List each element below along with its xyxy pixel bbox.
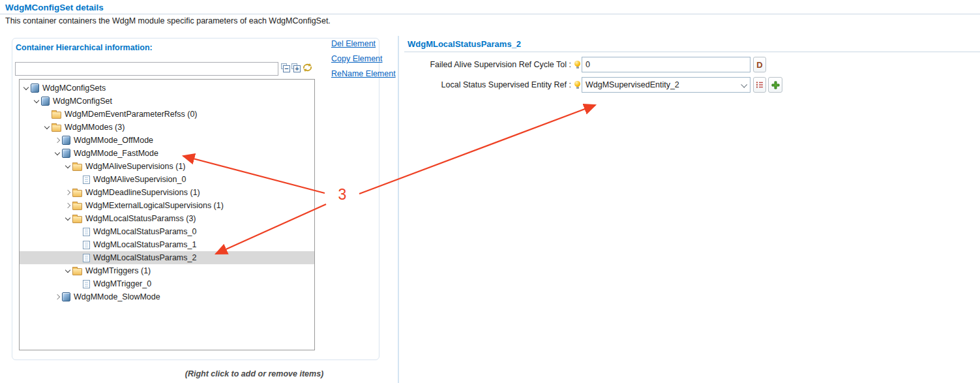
- page-title: WdgMConfigSet details: [5, 3, 104, 12]
- tree-item-label: WdgMTrigger_0: [93, 279, 151, 288]
- doc-icon: [83, 176, 90, 184]
- annotation-callout-3: 3: [333, 186, 351, 204]
- tree-item-label: WdgMAliveSupervisions (1): [85, 162, 186, 171]
- doc-icon: [83, 254, 90, 262]
- hierarchy-tree[interactable]: WdgMConfigSetsWdgMConfigSetWdgMDemEventP…: [19, 79, 315, 350]
- collapse-all-button[interactable]: −: [281, 63, 290, 72]
- tree-item-label: WdgMMode_SlowMode: [74, 292, 160, 301]
- folder-icon: [72, 190, 82, 197]
- tree-item-label: WdgMDemEventParameterRefss (0): [65, 110, 198, 119]
- chevron-collapsed-icon[interactable]: [52, 295, 62, 299]
- chevron-collapsed-icon[interactable]: [63, 191, 72, 194]
- folder-icon: [72, 268, 82, 275]
- tree-item[interactable]: WdgMAliveSupervisions (1): [20, 160, 314, 173]
- chevron-expanded-icon[interactable]: [52, 153, 62, 155]
- module-icon: [62, 292, 70, 301]
- tree-item[interactable]: WdgMLocalStatusParams_1: [20, 238, 314, 251]
- chevron-expanded-icon[interactable]: [21, 87, 31, 89]
- chevron-expanded-icon[interactable]: [42, 127, 52, 129]
- module-icon: [62, 149, 70, 158]
- wdgm-configset-page: WdgMConfigSet details This container con…: [0, 0, 980, 383]
- tree-item[interactable]: WdgMLocalStatusParamss (3): [20, 212, 314, 225]
- tree-item-label: WdgMExternalLogicalSupervisions (1): [85, 201, 224, 210]
- folder-icon: [52, 125, 61, 132]
- tree-hint-text: (Right click to add or remove items): [104, 369, 404, 378]
- doc-icon: [83, 228, 90, 236]
- plus-icon: [771, 81, 780, 89]
- tree-item[interactable]: WdgMMode_FastMode: [20, 147, 314, 160]
- tree-item-label: WdgMConfigSets: [42, 84, 106, 93]
- default-value-button[interactable]: D: [753, 57, 766, 72]
- tree-item-selected[interactable]: WdgMLocalStatusParams_2: [20, 251, 314, 264]
- folder-icon: [72, 164, 82, 171]
- tree-item-label: WdgMLocalStatusParams_0: [93, 227, 196, 236]
- tree-item[interactable]: WdgMExternalLogicalSupervisions (1): [20, 199, 314, 212]
- tree-item-label: WdgMMode_OffMode: [74, 136, 153, 145]
- page-subtitle: This container containers the WdgM modul…: [5, 16, 331, 25]
- tree-filter-input[interactable]: [15, 62, 278, 76]
- detail-title-divider: [404, 52, 980, 52]
- tree-item[interactable]: WdgMDemEventParameterRefss (0): [20, 108, 314, 121]
- title-divider: [0, 14, 980, 14]
- bulb-icon: [574, 81, 580, 87]
- tree-item-label: WdgMMode_FastMode: [74, 149, 158, 158]
- chevron-collapsed-icon[interactable]: [63, 204, 72, 207]
- tree-item[interactable]: WdgMConfigSet: [20, 95, 314, 108]
- chevron-expanded-icon[interactable]: [31, 100, 41, 102]
- supervised-entity-ref-value: WdgMSupervisedEntity_2: [586, 80, 679, 89]
- folder-icon: [72, 216, 82, 223]
- tree-item[interactable]: WdgMDeadlineSupervisions (1): [20, 186, 314, 199]
- tree-item-label: WdgMAliveSupervision_0: [93, 175, 186, 184]
- tree-item-label: WdgMLocalStatusParams_1: [93, 240, 196, 249]
- folder-icon: [52, 112, 61, 119]
- tree-item[interactable]: WdgMConfigSets: [20, 82, 314, 95]
- refresh-button[interactable]: [302, 62, 313, 73]
- doc-icon: [83, 241, 90, 249]
- failed-alive-supervision-input[interactable]: [582, 57, 750, 72]
- module-icon: [62, 136, 70, 145]
- list-icon: [756, 81, 764, 89]
- chevron-down-icon: [741, 82, 747, 88]
- bulb-icon: [574, 61, 580, 67]
- expand-all-button[interactable]: +: [291, 63, 301, 72]
- tree-item-label: WdgMTriggers (1): [85, 266, 151, 275]
- rename-element-link[interactable]: ReName Element: [331, 69, 396, 78]
- copy-element-link[interactable]: Copy Element: [331, 54, 383, 63]
- container-hierarchy-title: Container Hierarchical information:: [16, 43, 153, 52]
- chevron-expanded-icon[interactable]: [63, 270, 72, 272]
- detail-panel-title: WdgMLocalStatusParams_2: [408, 39, 521, 49]
- tree-item-label: WdgMDeadlineSupervisions (1): [85, 188, 200, 197]
- tree-item[interactable]: WdgMMode_SlowMode: [20, 290, 314, 303]
- tree-item-label: WdgMConfigSet: [53, 97, 112, 106]
- tree-item-label: WdgMLocalStatusParams_2: [93, 253, 196, 262]
- del-element-link[interactable]: Del Element: [331, 39, 376, 48]
- tree-item-label: WdgMLocalStatusParamss (3): [85, 214, 196, 223]
- tree-item[interactable]: WdgMLocalStatusParams_0: [20, 225, 314, 238]
- folder-icon: [72, 203, 82, 210]
- field-label-failed-alive-supervision: Failed Alive Supervision Ref Cycle Tol :: [395, 57, 571, 72]
- tree-item[interactable]: WdgMMode_OffMode: [20, 134, 314, 147]
- tree-item[interactable]: WdgMModes (3): [20, 121, 314, 134]
- chevron-expanded-icon[interactable]: [63, 218, 72, 220]
- doc-icon: [83, 280, 90, 288]
- field-label-local-status-entity-ref: Local Status Supervised Entity Ref :: [395, 77, 571, 93]
- supervised-entity-ref-select[interactable]: WdgMSupervisedEntity_2: [582, 77, 750, 93]
- refresh-icon: [302, 62, 313, 73]
- tree-item-label: WdgMModes (3): [65, 123, 125, 132]
- tree-item[interactable]: WdgMTriggers (1): [20, 264, 314, 277]
- tree-item[interactable]: WdgMAliveSupervision_0: [20, 173, 314, 186]
- tree-item[interactable]: WdgMTrigger_0: [20, 277, 314, 290]
- module-icon: [41, 97, 50, 106]
- reference-list-button[interactable]: [753, 77, 766, 93]
- add-reference-button[interactable]: [768, 77, 782, 93]
- module-icon: [31, 84, 39, 93]
- chevron-expanded-icon[interactable]: [63, 166, 72, 168]
- chevron-collapsed-icon[interactable]: [52, 138, 62, 142]
